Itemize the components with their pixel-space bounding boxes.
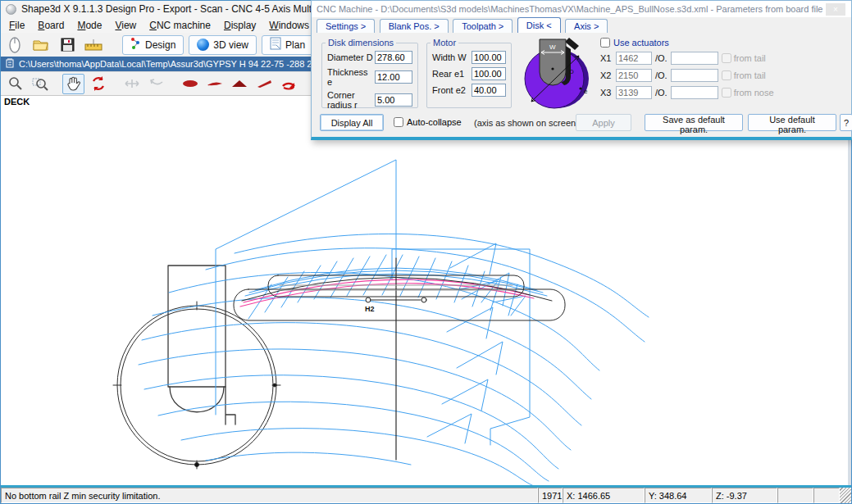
diameter-field[interactable] bbox=[375, 51, 412, 64]
axis-note: (axis as shown on screen) bbox=[474, 118, 579, 128]
board-outline bbox=[234, 258, 565, 460]
status-empty-1 bbox=[777, 488, 813, 503]
3d-sphere-icon bbox=[197, 39, 209, 51]
status-bar: No bottom rail Z min security limitation… bbox=[1, 485, 851, 503]
mouse-tool-icon[interactable] bbox=[4, 35, 25, 55]
diagram-d-label: D bbox=[569, 68, 574, 75]
save-default-button[interactable]: Save as default param. bbox=[645, 114, 743, 131]
disk-dimensions-legend: Disk dimensions bbox=[326, 38, 396, 48]
x1-from-tail-label: from tail bbox=[734, 53, 766, 63]
status-z: Z: -9.37 bbox=[712, 488, 777, 503]
menu-windows[interactable]: Windows bbox=[262, 18, 316, 33]
x1-alt-field[interactable] bbox=[671, 52, 718, 65]
dialog-footer: Display All Auto-collapse (axis as shown… bbox=[312, 111, 851, 137]
zoom-region-icon[interactable] bbox=[29, 74, 51, 94]
status-message: No bottom rail Z min security limitation… bbox=[1, 488, 538, 503]
diagram-e-label: e bbox=[584, 88, 588, 95]
disk-circle bbox=[113, 302, 280, 469]
plan-button[interactable]: Plan bbox=[262, 35, 313, 55]
dialog-title: CNC Machine - D:\Documents\S3d models\Ma… bbox=[317, 4, 822, 14]
x1-field[interactable] bbox=[616, 52, 652, 65]
rocker-view-tool[interactable] bbox=[203, 74, 226, 94]
width-field[interactable] bbox=[472, 51, 506, 64]
menu-display[interactable]: Display bbox=[217, 18, 262, 33]
plan-button-label: Plan bbox=[285, 39, 305, 51]
disk-dimensions-group: Disk dimensions Diameter D Thickness e C… bbox=[321, 38, 418, 108]
dialog-title-bar: CNC Machine - D:\Documents\S3d models\Ma… bbox=[312, 1, 851, 17]
menu-view[interactable]: View bbox=[108, 18, 143, 33]
auto-collapse-label: Auto-collapse bbox=[407, 117, 462, 127]
flip-rotate-tool[interactable] bbox=[277, 74, 299, 94]
motor-group: Motor Width W Rear e1 Front e2 bbox=[426, 38, 512, 108]
x1-sep: /O. bbox=[655, 53, 667, 63]
x3-from-nose-checkbox[interactable] bbox=[722, 88, 731, 98]
corner-radius-label: Corner radius r bbox=[327, 90, 375, 110]
tab-axis[interactable]: Axis > bbox=[565, 19, 608, 33]
x2-sep: /O. bbox=[655, 70, 667, 80]
use-actuators-label: Use actuators bbox=[613, 38, 669, 48]
menu-mode[interactable]: Mode bbox=[71, 18, 108, 33]
x3-from-nose-label: from nose bbox=[734, 88, 774, 98]
disk-diagram: W D e bbox=[520, 36, 595, 110]
menu-cnc-machine[interactable]: CNC machine bbox=[143, 18, 217, 33]
auto-collapse-checkbox[interactable] bbox=[394, 117, 403, 127]
help-button[interactable]: ? bbox=[840, 114, 852, 131]
x2-from-tail-checkbox[interactable] bbox=[722, 70, 731, 80]
diameter-label: Diameter D bbox=[327, 52, 373, 62]
design-button-label: Design bbox=[145, 39, 175, 51]
drawing-canvas[interactable]: DECK bbox=[1, 96, 851, 485]
status-x: X: 1466.65 bbox=[563, 488, 645, 503]
x2-alt-field[interactable] bbox=[671, 69, 718, 82]
rear-e1-field[interactable] bbox=[472, 67, 506, 80]
x3-field[interactable] bbox=[616, 86, 652, 99]
status-count: 1971 bbox=[538, 488, 563, 503]
rotate-view-tool[interactable] bbox=[87, 74, 109, 94]
x2-field[interactable] bbox=[616, 69, 652, 82]
h2-label: H2 bbox=[365, 305, 375, 313]
thickness-label: Thickness e bbox=[327, 67, 375, 87]
dialog-tabs: Settings > Blank Pos. > Toolpath > Disk … bbox=[317, 17, 851, 33]
thickness-view-tool[interactable] bbox=[228, 74, 250, 94]
pan-hand-tool[interactable] bbox=[62, 74, 84, 94]
use-actuators-checkbox[interactable] bbox=[600, 38, 610, 48]
open-folder-icon[interactable] bbox=[30, 35, 52, 55]
motor-legend: Motor bbox=[431, 38, 458, 48]
save-icon[interactable] bbox=[57, 35, 78, 55]
width-label: Width W bbox=[432, 52, 467, 62]
3d-view-button[interactable]: 3D view bbox=[189, 35, 257, 55]
outline-view-tool[interactable] bbox=[179, 74, 201, 94]
move-horizontal-tool[interactable] bbox=[121, 74, 143, 94]
front-e2-label: Front e2 bbox=[432, 85, 466, 95]
apply-button[interactable]: Apply bbox=[576, 114, 631, 131]
slab-view-tool[interactable] bbox=[253, 74, 275, 94]
close-icon[interactable]: × bbox=[826, 3, 845, 16]
measure-icon[interactable] bbox=[83, 35, 104, 55]
tab-disk[interactable]: Disk < bbox=[517, 17, 561, 33]
design-icon bbox=[130, 38, 141, 52]
tab-settings[interactable]: Settings > bbox=[317, 19, 375, 33]
use-default-button[interactable]: Use default param. bbox=[748, 114, 836, 131]
menu-file[interactable]: File bbox=[2, 18, 31, 33]
display-all-button[interactable]: Display All bbox=[320, 114, 384, 131]
disk-tab-panel: Disk dimensions Diameter D Thickness e C… bbox=[312, 33, 851, 111]
move-vertical-tool[interactable] bbox=[145, 74, 167, 94]
toolpath-curves bbox=[139, 234, 649, 485]
corner-radius-field[interactable] bbox=[375, 93, 412, 107]
x1-label: X1 bbox=[600, 53, 613, 63]
rear-e1-label: Rear e1 bbox=[432, 69, 464, 79]
zoom-in-icon[interactable] bbox=[4, 74, 26, 94]
plan-icon bbox=[270, 37, 281, 52]
x3-alt-field[interactable] bbox=[671, 86, 718, 99]
board-file-icon bbox=[6, 58, 14, 70]
actuators-section: Use actuators X1 /O. from tail X2 /O. fr… bbox=[600, 38, 774, 99]
x1-from-tail-checkbox[interactable] bbox=[722, 53, 731, 63]
status-empty-2 bbox=[813, 488, 840, 503]
tab-toolpath[interactable]: Toolpath > bbox=[453, 19, 513, 33]
tab-blank-pos[interactable]: Blank Pos. > bbox=[380, 19, 449, 33]
resize-grip[interactable] bbox=[840, 488, 851, 503]
view-mode-label: DECK bbox=[4, 97, 30, 107]
front-e2-field[interactable] bbox=[472, 84, 506, 97]
menu-board[interactable]: Board bbox=[31, 18, 71, 33]
design-button[interactable]: Design bbox=[122, 35, 184, 55]
thickness-field[interactable] bbox=[375, 70, 412, 84]
